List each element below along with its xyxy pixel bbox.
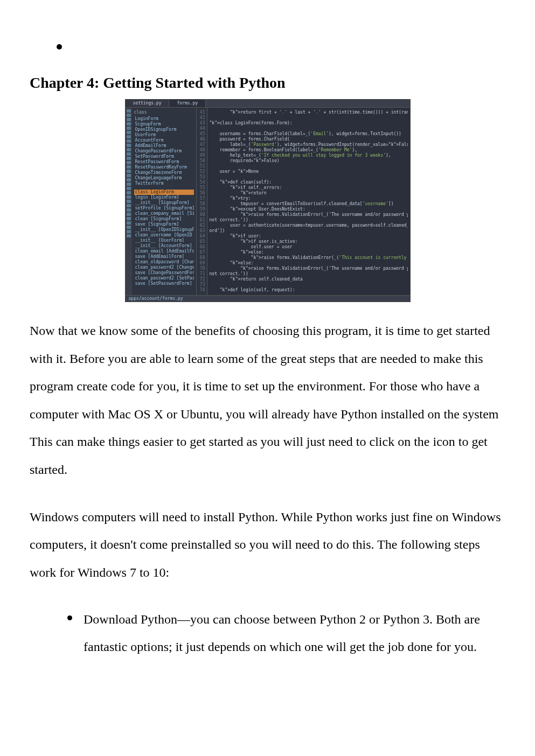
sidebar-item[interactable]: clean_email [AddEmailFo <box>134 249 194 254</box>
gutter-mark-icon <box>127 200 131 203</box>
code-line: "k">class LoginForm(forms.Form): <box>210 121 408 126</box>
sidebar-item[interactable]: ResetPasswordForm <box>134 159 194 165</box>
code-line: "k">def clean(self): <box>210 180 408 185</box>
gutter-mark-icon <box>127 208 131 212</box>
code-line <box>210 126 408 131</box>
code-line: "k">if self._errors: <box>210 185 408 191</box>
sidebar-item[interactable]: __init__ [OpenIDSignupF <box>134 227 194 233</box>
code-line: ord']) <box>210 228 408 234</box>
editor-tab[interactable]: settings.py <box>126 100 170 107</box>
sidebar-item[interactable]: clean_password2 [Change <box>134 265 194 270</box>
gutter-mark-icon <box>127 191 131 194</box>
sidebar-item[interactable]: save [SignupForm] <box>134 222 194 227</box>
sidebar-item[interactable]: clean_password2 [SetPas <box>134 276 194 281</box>
sidebar-item[interactable]: UserForm <box>134 132 194 138</box>
gutter-mark-icon <box>127 118 131 121</box>
leading-bullet-row <box>57 38 505 53</box>
sidebar-item[interactable]: save [ChangePasswordFor <box>134 270 194 276</box>
sidebar-item[interactable]: ChangeTimezoneForm <box>134 170 194 176</box>
editor-statusbar: apps/account/forms.py <box>126 295 410 302</box>
chapter-title: Chapter 4: Getting Started with Python <box>30 74 505 92</box>
sidebar-item[interactable]: setProfile [SignupForm] <box>134 206 194 211</box>
gutter-mark-icon <box>127 187 131 190</box>
symbol-sidebar[interactable]: class LoginFormSignupFormOpenIDSignupFor… <box>132 108 197 295</box>
editor-tab-active[interactable]: forms.py <box>169 100 206 107</box>
sidebar-item[interactable]: __init__ [SignupForm] <box>134 200 194 206</box>
gutter-mark-icon <box>127 157 131 160</box>
code-area[interactable]: "k">return first + '.' + last + '.' + st… <box>207 108 410 295</box>
gutter-mark-icon <box>127 170 131 173</box>
list-item-text: Download Python—you can choose between P… <box>84 612 480 653</box>
gutter-mark-icon <box>127 139 131 143</box>
gutter-mark-icon <box>127 178 131 181</box>
sidebar-item[interactable]: ChangeLanguageForm <box>134 176 194 181</box>
gutter-mark-icon <box>127 135 131 138</box>
editor-gutter <box>126 108 132 295</box>
code-line: "k">return <box>210 191 408 196</box>
code-line: username = forms.CharField(label=_('Emai… <box>210 131 408 137</box>
sidebar-item[interactable]: LoginForm <box>134 116 194 122</box>
steps-list: Download Python—you can choose between P… <box>30 606 505 660</box>
line-numbers: 4142434445464748495051525354555657585960… <box>197 108 207 295</box>
code-line: "k">try: <box>210 196 408 201</box>
gutter-mark-icon <box>127 183 131 186</box>
code-line <box>210 174 408 180</box>
gutter-mark-icon <box>127 144 131 147</box>
code-line: label=_('Password'), widget=forms.Passwo… <box>210 142 408 148</box>
code-line: help_text=_('If checked you will stay lo… <box>210 153 408 158</box>
sidebar-item-selected[interactable]: class LoginForm <box>134 190 194 195</box>
sidebar-item[interactable]: OpenIDSignupForm <box>134 127 194 132</box>
sidebar-item[interactable]: ChangePasswordForm <box>134 149 194 154</box>
sidebar-item[interactable]: clean_oldpassword [Chan <box>134 260 194 265</box>
editor-body: class LoginFormSignupFormOpenIDSignupFor… <box>126 108 410 295</box>
gutter-mark-icon <box>127 161 131 164</box>
code-line <box>210 115 408 121</box>
gutter-mark-icon <box>127 217 131 220</box>
bullet-icon <box>57 44 62 50</box>
gutter-mark-icon <box>127 221 131 225</box>
sidebar-item[interactable]: __init__ [UserForm] <box>134 238 194 243</box>
sidebar-item[interactable]: TwitterForm <box>134 181 194 186</box>
code-line: "k">if user.is_active: <box>210 239 408 244</box>
sidebar-item[interactable]: __init__ [AccountForm] <box>134 243 194 249</box>
code-line: "k">return first + '.' + last + '.' + st… <box>210 110 408 115</box>
list-item: Download Python—you can choose between P… <box>67 606 505 660</box>
code-line: not correct.')) <box>210 218 408 223</box>
gutter-mark-icon <box>127 131 131 134</box>
code-line: tmpuser = convertEmailToUser(self.cleane… <box>210 201 408 207</box>
gutter-mark-icon <box>127 127 131 130</box>
sidebar-item[interactable]: save [SetPasswordForm] <box>134 281 194 286</box>
sidebar-item[interactable]: clean [SignupForm] <box>134 216 194 222</box>
paragraph: Windows computers will need to install P… <box>30 503 505 587</box>
gutter-mark-icon <box>127 195 131 199</box>
sidebar-item[interactable]: SignupForm <box>134 122 194 127</box>
code-line: required="k">False) <box>210 158 408 164</box>
code-line: password = forms.CharField( <box>210 137 408 142</box>
code-line: user = "k">None <box>210 169 408 174</box>
code-line: self.user = user <box>210 244 408 250</box>
code-line: "k">return self.cleaned_data <box>210 277 408 282</box>
gutter-mark-icon <box>127 148 131 151</box>
gutter-mark-icon <box>127 230 131 233</box>
code-line: not correct.')) <box>210 271 408 277</box>
code-line: "k">raise forms.ValidationError(_('The u… <box>210 266 408 271</box>
sidebar-item[interactable]: AddEmailForm <box>134 143 194 149</box>
sidebar-item[interactable]: ResetPasswordKeyForm <box>134 165 194 170</box>
code-line: "k">raise forms.ValidationError(_('This … <box>210 255 408 261</box>
sidebar-item[interactable]: AccountForm <box>134 138 194 143</box>
document-page: Chapter 4: Getting Started with Python s… <box>0 0 535 756</box>
gutter-mark-icon <box>127 114 131 117</box>
gutter-mark-icon <box>127 213 131 216</box>
gutter-mark-icon <box>127 109 131 113</box>
code-line: "k">def login(self, request): <box>210 288 408 293</box>
sidebar-item[interactable]: login [LoginForm] <box>134 195 194 200</box>
sidebar-item[interactable]: save [AddEmailForm] <box>134 254 194 260</box>
code-line <box>210 282 408 288</box>
code-line: "k">if user: <box>210 234 408 239</box>
code-line: "k">raise forms.ValidationError(_('The u… <box>210 212 408 218</box>
sidebar-item[interactable]: clean_username [OpenID <box>134 233 194 238</box>
sidebar-item[interactable]: SetPasswordForm <box>134 154 194 159</box>
code-editor-figure: settings.py forms.py <box>125 99 411 302</box>
sidebar-item[interactable]: clean_company_email [Si <box>134 211 194 216</box>
code-line: "k">except User.DoesNotExist: <box>210 207 408 212</box>
